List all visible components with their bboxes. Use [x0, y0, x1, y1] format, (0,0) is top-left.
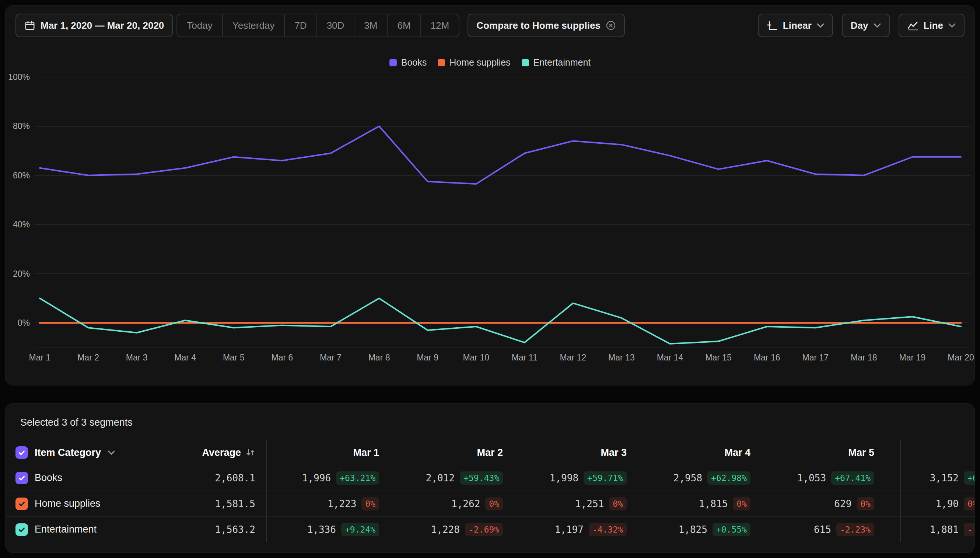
- series-line-books: [40, 126, 961, 184]
- delta-badge: 0%: [733, 497, 751, 510]
- x-tick-label: Mar 16: [754, 353, 780, 362]
- y-tick-label: 20%: [13, 269, 30, 279]
- value-cell: 1,2230%: [255, 497, 379, 510]
- toolbar: Mar 1, 2020 — Mar 20, 2020 TodayYesterda…: [15, 14, 965, 37]
- column-header-label: Mar 3: [600, 447, 627, 458]
- x-tick-label: Mar 7: [320, 353, 341, 362]
- delta-badge: 0%: [609, 497, 627, 510]
- value-cell: 1,8150%: [627, 497, 751, 510]
- range-yesterday-button[interactable]: Yesterday: [222, 14, 285, 37]
- y-tick-label: 60%: [13, 171, 30, 180]
- segment-label: Books: [34, 472, 62, 484]
- value-cell: 3,152+6: [874, 471, 975, 485]
- y-tick-label: 40%: [13, 220, 30, 229]
- x-tick-label: Mar 6: [272, 353, 293, 362]
- x-tick-label: Mar 3: [126, 353, 148, 362]
- x-tick-label: Mar 1: [29, 353, 51, 362]
- column-header-label: Mar 4: [724, 447, 751, 458]
- delta-badge: -: [964, 523, 975, 536]
- value-cell: 1,2510%: [503, 497, 627, 510]
- x-tick-label: Mar 13: [608, 353, 635, 362]
- delta-badge: +59.43%: [460, 471, 503, 485]
- analytics-dashboard: Mar 1, 2020 — Mar 20, 2020 TodayYesterda…: [0, 0, 980, 558]
- granularity-label: Day: [851, 20, 869, 31]
- column-header-mar-3[interactable]: Mar 3: [503, 447, 627, 458]
- segment-cell: Books: [5, 472, 175, 484]
- legend-item-books[interactable]: Books: [389, 57, 427, 68]
- value-cell: 6290%: [751, 497, 874, 510]
- remove-compare-icon[interactable]: [606, 20, 616, 31]
- check-icon: [18, 500, 26, 508]
- x-tick-label: Mar 14: [657, 353, 683, 362]
- legend-item-home-supplies[interactable]: Home supplies: [438, 57, 510, 68]
- value-cell: 615-2.23%: [751, 523, 874, 536]
- delta-badge: 0%: [857, 497, 874, 510]
- average-header-cell[interactable]: Average: [175, 447, 255, 458]
- range-today-button[interactable]: Today: [177, 14, 223, 37]
- range-12m-button[interactable]: 12M: [420, 14, 460, 37]
- range-30d-button[interactable]: 30D: [316, 14, 355, 37]
- delta-badge: +6: [964, 471, 975, 485]
- value-cell: 1,996+63.21%: [255, 471, 379, 485]
- delta-badge: +62.98%: [707, 471, 751, 485]
- average-header-label: Average: [202, 447, 241, 458]
- sort-icon: [245, 448, 255, 458]
- category-header-cell[interactable]: Item Category: [5, 446, 175, 459]
- x-tick-label: Mar 4: [174, 353, 196, 362]
- delta-badge: -2.69%: [465, 523, 503, 536]
- column-divider: [266, 440, 267, 542]
- range-3m-button[interactable]: 3M: [354, 14, 388, 37]
- value-cell: 1,197-4.32%: [503, 523, 627, 536]
- line-chart-icon: [908, 20, 918, 31]
- x-tick-label: Mar 9: [417, 353, 438, 362]
- segment-label: Home supplies: [34, 498, 101, 509]
- delta-badge: -2.23%: [836, 523, 874, 536]
- legend-item-entertainment[interactable]: Entertainment: [522, 57, 591, 68]
- value-cell: 2,012+59.43%: [379, 471, 503, 485]
- compare-button[interactable]: Compare to Home supplies: [467, 14, 625, 37]
- average-cell: 1,581.5: [175, 498, 255, 509]
- delta-badge: 0%: [485, 497, 503, 510]
- value-cell: 2,958+62.98%: [627, 471, 751, 485]
- delta-badge: 0%: [964, 497, 975, 510]
- x-tick-label: Mar 18: [851, 353, 877, 362]
- chevron-down-icon: [948, 23, 956, 28]
- x-tick-label: Mar 10: [463, 353, 489, 362]
- segment-cell: Home supplies: [5, 497, 175, 510]
- column-header-mar-4[interactable]: Mar 4: [627, 447, 751, 458]
- scale-label: Linear: [783, 20, 812, 31]
- column-header-mar-5[interactable]: Mar 5: [751, 447, 874, 458]
- value-cell: 1,053+67.41%: [751, 471, 874, 485]
- x-tick-label: Mar 12: [560, 353, 587, 362]
- column-header-mar-2[interactable]: Mar 2: [379, 447, 503, 458]
- compare-label: Compare to Home supplies: [476, 20, 600, 31]
- category-header-label: Item Category: [34, 447, 101, 458]
- segment-checkbox-entertainment[interactable]: [15, 524, 28, 536]
- segments-table: Item Category Average Mar 1Mar 2Mar 3Mar…: [5, 440, 975, 542]
- date-range-button[interactable]: Mar 1, 2020 — Mar 20, 2020: [15, 14, 173, 37]
- scale-select[interactable]: Linear: [758, 14, 833, 37]
- range-7d-button[interactable]: 7D: [284, 14, 317, 37]
- delta-badge: +67.41%: [831, 471, 874, 485]
- chart-type-select[interactable]: Line: [898, 14, 965, 37]
- segment-label: Entertainment: [34, 524, 97, 535]
- check-icon: [18, 474, 26, 482]
- column-header-mar-1[interactable]: Mar 1: [255, 447, 379, 458]
- column-divider: [900, 440, 901, 542]
- table-row-home-supplies: Home supplies1,581.51,2230%1,2620%1,2510…: [5, 491, 975, 516]
- series-line-entertainment: [40, 298, 961, 343]
- date-range-label: Mar 1, 2020 — Mar 20, 2020: [41, 20, 164, 31]
- segment-checkbox-home-supplies[interactable]: [15, 497, 28, 510]
- legend-swatch: [438, 59, 445, 66]
- segments-table-card: Selected 3 of 3 segments Item Category A…: [5, 403, 975, 553]
- segment-cell: Entertainment: [5, 524, 175, 536]
- legend-swatch: [522, 59, 529, 66]
- range-6m-button[interactable]: 6M: [387, 14, 421, 37]
- value-cell: 1,228-2.69%: [379, 523, 503, 536]
- granularity-select[interactable]: Day: [842, 14, 890, 37]
- segment-checkbox-books[interactable]: [15, 472, 28, 484]
- select-all-checkbox[interactable]: [15, 446, 28, 459]
- y-tick-label: 0%: [18, 318, 30, 328]
- average-cell: 2,608.1: [175, 473, 255, 484]
- chart-legend: BooksHome suppliesEntertainment: [5, 57, 975, 68]
